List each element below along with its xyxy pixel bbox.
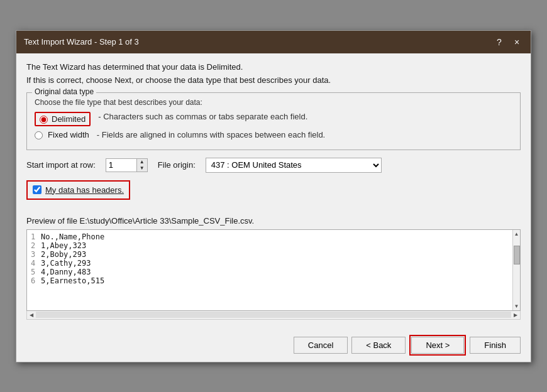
file-origin-select[interactable]: 437 : OEM United States 1252 : Western E… xyxy=(206,158,382,173)
title-bar-controls: ? × xyxy=(493,36,523,48)
choose-label: Choose the file type that best describes… xyxy=(35,98,512,107)
content-area: The Text Wizard has determined that your… xyxy=(16,53,531,329)
preview-row-1: 1 No.,Name,Phone xyxy=(31,232,516,241)
h-scroll-bar[interactable] xyxy=(36,312,511,318)
line-num-2: 2 xyxy=(31,241,40,250)
delimited-desc: - Characters such as commas or tabs sepa… xyxy=(98,112,307,121)
dialog-window: Text Import Wizard - Step 1 of 3 ? × The… xyxy=(16,30,531,362)
preview-content-2: 1,Abey,323 xyxy=(41,241,86,250)
fixedwidth-radio[interactable] xyxy=(35,131,43,139)
preview-content-5: 4,Danny,483 xyxy=(41,268,91,276)
line-num-1: 1 xyxy=(31,232,40,241)
title-bar: Text Import Wizard - Step 1 of 3 ? × xyxy=(16,31,531,53)
delimited-highlight: Delimited xyxy=(35,112,91,126)
intro-line1: The Text Wizard has determined that your… xyxy=(26,62,521,72)
close-button[interactable]: × xyxy=(511,36,523,48)
spin-up-button[interactable]: ▲ xyxy=(137,159,147,165)
next-button[interactable]: Next > xyxy=(411,337,464,354)
start-row-spinner: ▲ ▼ xyxy=(106,158,148,172)
row-options-area: Start import at row: ▲ ▼ File origin: 43… xyxy=(26,158,521,173)
preview-content-6: 5,Earnesto,515 xyxy=(41,276,104,285)
headers-checkbox[interactable] xyxy=(33,185,41,194)
cancel-button[interactable]: Cancel xyxy=(294,337,348,354)
headers-label: My data has headers. xyxy=(45,185,124,195)
preview-row-3: 3 2,Boby,293 xyxy=(31,250,516,259)
help-button[interactable]: ? xyxy=(493,36,506,48)
preview-label: Preview of file E:\study\Office\Article … xyxy=(26,216,521,226)
preview-content-4: 3,Cathy,293 xyxy=(41,259,91,268)
fixedwidth-desc: - Fields are aligned in columns with spa… xyxy=(97,130,325,139)
preview-row-5: 5 4,Danny,483 xyxy=(31,268,516,276)
data-type-group: Original data type Choose the file type … xyxy=(26,92,521,150)
file-origin-label: File origin: xyxy=(158,160,196,170)
scroll-thumb[interactable] xyxy=(514,246,520,264)
line-num-3: 3 xyxy=(31,250,40,259)
delimited-radio[interactable] xyxy=(40,116,48,124)
preview-table: 1 No.,Name,Phone 2 1,Abey,323 3 2,Boby,2… xyxy=(31,232,516,285)
finish-button[interactable]: Finish xyxy=(470,337,521,354)
line-num-6: 6 xyxy=(31,276,40,285)
horizontal-scroll-container: ◀ ▶ xyxy=(26,311,521,320)
line-num-5: 5 xyxy=(31,268,40,276)
preview-content-1: No.,Name,Phone xyxy=(41,232,104,241)
scroll-right-arrow[interactable]: ▶ xyxy=(511,311,520,319)
preview-area: 1 No.,Name,Phone 2 1,Abey,323 3 2,Boby,2… xyxy=(26,229,521,311)
fixedwidth-radio-row: Fixed width - Fields are aligned in colu… xyxy=(35,130,512,139)
back-button[interactable]: < Back xyxy=(351,337,406,354)
vertical-scrollbar[interactable]: ▲ ▼ xyxy=(512,230,520,310)
dialog-title: Text Import Wizard - Step 1 of 3 xyxy=(24,37,139,46)
fixedwidth-label: Fixed width xyxy=(48,130,89,139)
delimited-label: Delimited xyxy=(52,114,86,124)
next-btn-wrapper: Next > xyxy=(409,335,466,356)
delimited-radio-row: Delimited - Characters such as commas or… xyxy=(35,112,512,126)
spinner-buttons: ▲ ▼ xyxy=(137,158,148,172)
preview-row-6: 6 5,Earnesto,515 xyxy=(31,276,516,285)
headers-checkbox-row: My data has headers. xyxy=(26,180,130,200)
preview-row-4: 4 3,Cathy,293 xyxy=(31,259,516,268)
footer-area: Cancel < Back Next > Finish xyxy=(16,329,531,362)
line-num-4: 4 xyxy=(31,259,40,268)
start-row-input[interactable] xyxy=(106,158,137,172)
scroll-up-arrow[interactable]: ▲ xyxy=(513,230,521,238)
spin-down-button[interactable]: ▼ xyxy=(137,165,147,172)
preview-content-3: 2,Boby,293 xyxy=(41,250,86,259)
scroll-left-arrow[interactable]: ◀ xyxy=(27,311,36,319)
group-label: Original data type xyxy=(32,87,96,96)
headers-section: My data has headers. xyxy=(26,180,521,209)
start-row-label: Start import at row: xyxy=(26,160,96,170)
intro-line2: If this is correct, choose Next, or choo… xyxy=(26,75,521,85)
scroll-down-arrow[interactable]: ▼ xyxy=(513,302,521,310)
preview-row-2: 2 1,Abey,323 xyxy=(31,241,516,250)
